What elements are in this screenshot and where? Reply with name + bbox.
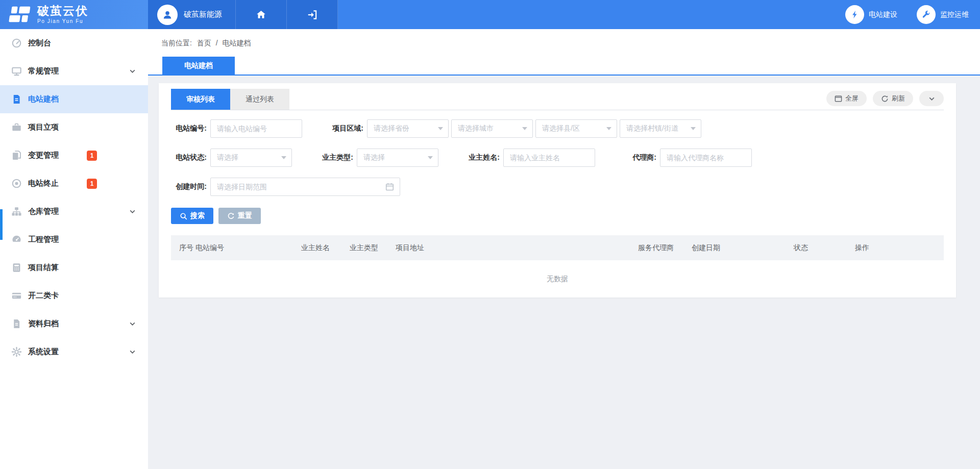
province-select[interactable]: 请选择省份 [367,119,449,138]
bank-card-icon [11,290,22,301]
sidebar-item-label: 常规管理 [28,66,59,76]
column-header-actions: 操作 [855,243,869,253]
tab-review-list[interactable]: 审核列表 [171,89,230,110]
page-tab-station-archive[interactable]: 电站建档 [162,57,235,75]
owner-type-select[interactable]: 请选择 [357,149,438,167]
dropdown-caret-icon [438,127,443,130]
breadcrumb-separator: / [216,39,218,47]
station-no-label: 电站编号: [171,124,207,133]
user-name: 破茧新能源 [184,10,222,19]
column-header-create-date: 创建日期 [692,243,720,253]
sidebar-item-station-termination[interactable]: 电站终止 1 [0,169,148,198]
owner-type-label: 业主类型: [317,153,353,162]
tab-approved-list[interactable]: 通过列表 [230,89,289,110]
owner-name-input[interactable] [503,149,595,167]
logo-subtitle: Po Jian Yun Fu [37,19,88,24]
reset-button[interactable]: 重置 [218,208,261,224]
sidebar-item-dashboard[interactable]: 控制台 [0,29,148,57]
home-button[interactable] [236,0,287,29]
calculator-icon [11,262,22,273]
filter-create-time: 创建时间: [171,178,400,196]
sidebar-item-project-settlement[interactable]: 项目结算 [0,254,148,282]
sidebar-scrollbar-thumb[interactable] [0,209,3,240]
breadcrumb-current: 电站建档 [222,39,251,47]
collapse-toolbar-button[interactable] [919,91,944,106]
user-menu[interactable]: 破茧新能源 [148,0,236,29]
dropdown-caret-icon [606,127,611,130]
sidebar-item-warehouse-mgmt[interactable]: 仓库管理 [0,198,148,226]
nav-station-build-label: 电站建设 [869,10,897,19]
logo-text: 破茧云伏 Po Jian Yun Fu [37,5,88,24]
logo-icon [8,5,32,24]
main-top-bar: 当前位置: 首页 / 电站建档 电站建档 [148,29,980,76]
dashboard-icon [11,38,22,48]
station-status-select[interactable]: 请选择 [210,149,292,167]
filter-form: 电站编号: 项目区域: 请选择省份 请选择城市 [171,110,944,224]
county-select[interactable]: 请选择县/区 [535,119,617,138]
filter-station-status: 电站状态: 请选择 [171,149,292,167]
filter-row-2: 电站状态: 请选择 业主类型: 请选择 业主 [171,149,944,167]
home-icon [256,9,266,20]
nav-monitor-ops[interactable]: 监控运维 [917,5,969,24]
gauge-icon [11,234,22,245]
panel-tabs-row: 审核列表 通过列表 全屏 刷新 [171,83,944,110]
chevron-down-icon [928,95,936,103]
file-icon [11,318,22,329]
reset-label: 重置 [238,211,252,220]
sidebar-item-system-settings[interactable]: 系统设置 [0,338,148,366]
chevron-down-icon [129,320,136,327]
table-empty-state: 无数据 [171,260,944,298]
sidebar-item-label: 系统设置 [28,347,59,357]
search-button[interactable]: 搜索 [171,208,213,224]
refresh-button[interactable]: 刷新 [873,91,913,106]
sidebar-item-label: 变更管理 [28,151,59,160]
sidebar: 控制台 常规管理 电站建档 项目立项 变更管理 1 电站终止 1 [0,29,148,469]
town-select[interactable]: 请选择村镇/街道 [620,119,701,138]
owner-name-label: 业主姓名: [464,153,500,162]
agent-input[interactable] [660,149,752,167]
chevron-down-icon [129,208,136,215]
sidebar-item-label: 资料归档 [28,319,59,329]
lightning-icon [845,5,864,24]
filter-owner-name: 业主姓名: [464,149,595,167]
fullscreen-label: 全屏 [845,94,859,103]
date-range-input[interactable] [210,178,400,196]
breadcrumb-home-link[interactable]: 首页 [197,39,211,47]
breadcrumb: 当前位置: 首页 / 电站建档 [161,39,251,48]
city-select-placeholder: 请选择城市 [458,124,522,133]
dropdown-caret-icon [281,156,286,159]
wrench-icon [917,5,936,24]
user-avatar [157,5,178,25]
nav-station-build[interactable]: 电站建设 [845,5,897,24]
town-select-placeholder: 请选择村镇/街道 [626,124,691,133]
sidebar-item-engineering-mgmt[interactable]: 工程管理 [0,226,148,254]
filter-owner-type: 业主类型: 请选择 [317,149,438,167]
filter-actions: 搜索 重置 [171,208,944,224]
refresh-icon [881,95,889,103]
logout-button[interactable] [287,0,338,29]
dropdown-caret-icon [428,156,433,159]
sidebar-item-change-mgmt[interactable]: 变更管理 1 [0,141,148,169]
sidebar-item-label: 项目结算 [28,263,59,273]
panel-tools: 全屏 刷新 [820,91,944,106]
filter-station-no: 电站编号: [171,119,302,138]
city-select[interactable]: 请选择城市 [451,119,533,138]
change-mgmt-badge: 1 [87,151,97,161]
sidebar-item-general-mgmt[interactable]: 常规管理 [0,57,148,85]
filter-region: 项目区域: 请选择省份 请选择城市 请选择县/区 [328,119,701,138]
sidebar-item-label: 电站建档 [28,94,59,104]
sidebar-item-open-type2-card[interactable]: 开二类卡 [0,282,148,310]
briefcase-icon [11,122,22,133]
user-icon [162,9,173,20]
region-label: 项目区域: [328,124,363,133]
sidebar-item-data-archive[interactable]: 资料归档 [0,310,148,338]
province-select-placeholder: 请选择省份 [374,124,438,133]
fullscreen-button[interactable]: 全屏 [826,91,867,106]
station-no-input[interactable] [210,119,302,138]
sitemap-icon [11,206,22,217]
sidebar-item-station-archive[interactable]: 电站建档 [0,85,148,113]
agent-label: 代理商: [621,153,656,162]
sidebar-item-project-initiation[interactable]: 项目立项 [0,113,148,141]
sidebar-item-label: 仓库管理 [28,207,59,216]
sidebar-item-label: 工程管理 [28,235,59,244]
